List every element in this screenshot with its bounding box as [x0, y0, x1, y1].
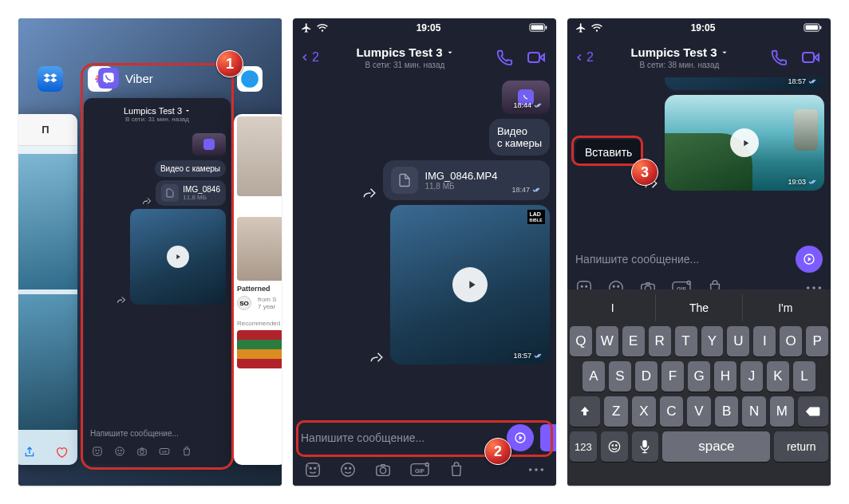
key-t[interactable]: T [675, 326, 697, 356]
dropbox-app-icon[interactable] [38, 66, 63, 92]
share-icon[interactable] [23, 446, 36, 459]
recommended-label: Recommended [234, 320, 282, 327]
thumb-bubble[interactable]: 18:44 [502, 81, 550, 114]
camera-icon [136, 446, 148, 457]
key-mic[interactable] [632, 431, 659, 462]
play-button[interactable] [452, 267, 488, 302]
mini-tool-row: GIF [84, 441, 231, 462]
context-menu-paste[interactable]: Вставить [575, 140, 642, 165]
mini-thumb-row [84, 130, 231, 157]
key-emoji[interactable] [601, 431, 628, 462]
suggestion[interactable]: I'm [743, 294, 828, 321]
back-count: 2 [586, 50, 594, 65]
more-icon[interactable] [527, 467, 545, 473]
play-overlay [390, 205, 550, 364]
key-a[interactable]: A [582, 361, 605, 392]
switcher-card-left[interactable]: П [18, 114, 77, 465]
key-q[interactable]: Q [570, 326, 592, 356]
key-x[interactable]: X [632, 396, 656, 427]
key-c[interactable]: C [660, 396, 684, 427]
key-space[interactable]: space [662, 431, 770, 462]
header-title-block[interactable]: Lumpics Test 3 В сети: 31 мин. назад [324, 45, 486, 70]
key-y[interactable]: Y [701, 326, 724, 356]
key-k[interactable]: K [767, 361, 789, 392]
app-switcher-title: Viber [98, 68, 153, 89]
key-d[interactable]: D [635, 361, 657, 392]
key-n[interactable]: N [742, 396, 766, 427]
video-call-button[interactable] [523, 44, 550, 71]
airplane-mode-icon [301, 22, 312, 33]
mini-thumb [192, 133, 226, 156]
video-call-button[interactable] [797, 44, 824, 71]
sticker-icon[interactable] [304, 461, 322, 478]
suggestion[interactable]: The [656, 294, 742, 321]
svg-point-41 [618, 285, 619, 287]
key-m[interactable]: M [770, 396, 794, 427]
switcher-card-right[interactable]: Patterned SO from S 7 year Recommended [234, 114, 282, 465]
key-return[interactable]: return [774, 431, 828, 462]
file-bubble[interactable]: IMG_0846.MP4 11,8 МБ 18:47 [383, 160, 550, 200]
mini-chat-subtitle: В сети: 31 мин. назад [125, 116, 189, 123]
back-button[interactable]: 2 [299, 50, 319, 65]
smile-icon[interactable] [339, 461, 357, 478]
suggestion[interactable]: I [570, 294, 656, 321]
key-u[interactable]: U [727, 326, 749, 356]
play-button[interactable] [167, 246, 189, 268]
camera-icon[interactable] [374, 461, 392, 478]
mini-video-bubble [130, 209, 226, 305]
forward-icon[interactable] [362, 186, 377, 200]
key-g[interactable]: G [688, 361, 710, 392]
key-shift[interactable] [570, 396, 600, 427]
key-s[interactable]: S [609, 361, 631, 392]
svg-point-29 [535, 468, 538, 471]
voice-call-button[interactable] [491, 44, 518, 71]
file-row: IMG_0846.MP4 11,8 МБ 18:47 [299, 160, 550, 200]
heart-icon[interactable] [55, 446, 68, 459]
key-r[interactable]: R [649, 326, 671, 356]
so-badge: SO [237, 296, 251, 310]
phone-icon [496, 49, 513, 66]
key-f[interactable]: F [661, 361, 684, 392]
key-b[interactable]: B [715, 396, 739, 427]
shop-icon[interactable] [448, 461, 465, 478]
key-h[interactable]: H [714, 361, 736, 392]
key-j[interactable]: J [740, 361, 763, 392]
gif-icon[interactable]: GIF [409, 461, 430, 478]
header-title-block[interactable]: Lumpics Test 3 В сети: 38 мин. назад [598, 45, 760, 70]
mini-file-bubble: IMG_0846 11,8 МБ [156, 180, 226, 206]
chat-body: 18:44 Видео с камеры IMG_0846.MP4 11,8 М… [293, 77, 556, 486]
suggestions-bar: I The I'm [570, 294, 828, 321]
video-bubble[interactable]: 19:03 [665, 95, 824, 191]
svg-point-28 [529, 468, 532, 471]
key-z[interactable]: Z [604, 396, 628, 427]
switcher-card-viber[interactable]: Lumpics Test 3 В сети: 31 мин. назад Вид… [84, 98, 231, 465]
key-i[interactable]: I [753, 326, 776, 356]
file-size: 11,8 МБ [424, 182, 497, 191]
svg-rect-13 [531, 26, 543, 30]
play-button[interactable] [730, 128, 759, 157]
key-e[interactable]: E [622, 326, 645, 356]
message-input[interactable]: Напишите сообщение... [301, 431, 500, 444]
svg-point-30 [541, 468, 544, 471]
key-o[interactable]: O [780, 326, 802, 356]
partial-row: 18:57 [574, 77, 824, 90]
key-backspace[interactable] [798, 396, 828, 427]
key-l[interactable]: L [793, 361, 815, 392]
back-button[interactable]: 2 [574, 50, 594, 65]
forward-icon[interactable] [369, 350, 384, 364]
svg-point-6 [118, 450, 119, 451]
voice-call-button[interactable] [765, 44, 792, 71]
key-w[interactable]: W [596, 326, 618, 356]
message-timestamp: 18:44 [513, 101, 543, 109]
svg-point-4 [98, 450, 99, 451]
step-badge-2: 2 [484, 438, 511, 465]
key-row-1: QWERTYUIOP [570, 326, 828, 356]
gallery-preview-image [18, 154, 77, 289]
message-input[interactable]: Напишите сообщение... [575, 245, 789, 274]
key-123[interactable]: 123 [570, 431, 597, 462]
key-v[interactable]: V [687, 396, 711, 427]
voice-message-button[interactable] [796, 246, 823, 273]
text-bubble[interactable]: Видео с камеры [489, 119, 550, 156]
key-p[interactable]: P [806, 326, 828, 356]
video-bubble[interactable]: LADBIBLE 18:57 [390, 205, 550, 364]
